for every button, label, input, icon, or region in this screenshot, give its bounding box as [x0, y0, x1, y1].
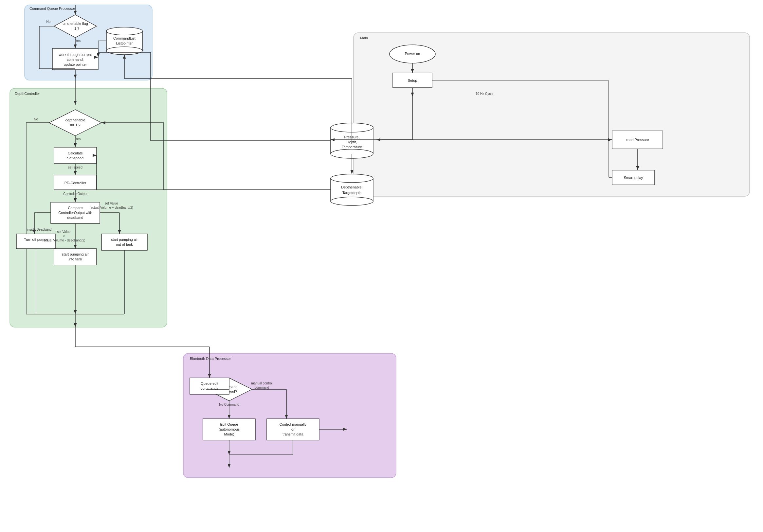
control-manually-label1: Control manually	[279, 422, 307, 426]
pump-air-in-label1: start pumping air	[62, 252, 89, 256]
smart-delay-label: Smart delay	[624, 176, 643, 180]
depthenable-q-label1: depthenable	[65, 118, 85, 122]
workthrough-label1: work through current	[58, 53, 92, 56]
depthenable-bottom	[331, 197, 373, 206]
region-cmd-label: Command Queue Processor	[30, 7, 75, 11]
hz-cycle-label: 10 Hz Cycle	[476, 92, 493, 96]
manual-control-cmd-label2: command	[255, 386, 269, 389]
set-value-minus-label2: <	[63, 234, 65, 238]
calc-setspeed-label2: Set-speed	[67, 156, 83, 160]
pump-air-in-label2: into tank	[68, 257, 82, 261]
read-pressure-label: read Pressure	[626, 138, 649, 142]
control-manually-label3: transmit data	[282, 432, 303, 436]
power-on-label: Power on	[405, 52, 420, 55]
cmd-enable-label1: cmd enable flag	[62, 22, 88, 26]
edit-queue-label2: (autonomous	[219, 427, 240, 431]
pump-air-out-label1: start pumping air	[111, 237, 138, 241]
cmdlist-bottom	[106, 47, 142, 55]
calc-setspeed-label1: Calculate	[68, 151, 83, 155]
compare-db-label2: ControllerOutput with	[58, 211, 92, 215]
compare-db-label1: Compare	[68, 206, 82, 210]
region-main-label: Main	[360, 36, 368, 40]
workthrough-label2: command;	[67, 57, 83, 61]
pd-controller-label: PD-Controller	[64, 181, 86, 185]
set-value-plus-label1: set Value	[105, 202, 118, 205]
queue-edit-label2: commands	[201, 387, 218, 390]
pressure-depth-temp-label3: Temperature	[342, 145, 362, 149]
region-depth-label: DepthController	[15, 92, 40, 96]
manual-control-cmd-label1: manual control	[251, 382, 272, 385]
control-manually-label2: or	[291, 427, 294, 431]
queue-edit-label1: Queue edit	[201, 382, 218, 386]
inside-deadband-label: inside Deadband	[27, 228, 52, 231]
cmdlist-label1: CommandList	[113, 36, 136, 40]
cmd-yes-label: Yes	[75, 39, 80, 43]
compare-db-label3: deadband	[67, 216, 83, 220]
cmdlist-top	[106, 27, 142, 35]
diagram-container: Command Queue Processor DepthController …	[0, 0, 763, 532]
edit-queue-label3: Mode)	[224, 432, 234, 436]
depthenable-label1: Depthenable;	[341, 185, 362, 189]
workthrough-label3: update pointer	[64, 62, 87, 66]
set-value-minus-label1: set Value	[57, 230, 71, 233]
depthenable-label2: Targetdepth	[342, 191, 361, 195]
region-bluetooth	[183, 353, 396, 478]
depth-yes-label: Yes	[75, 137, 80, 141]
pump-air-out-label2: out of tank	[116, 242, 133, 246]
depthenable-q-label2: == 1 ?	[70, 123, 80, 127]
depth-no-label: No	[34, 118, 38, 121]
calc-setspeed-node	[54, 147, 97, 164]
cmd-no-label: No	[47, 20, 51, 24]
depthenable-top	[331, 174, 373, 183]
setup-label: Setup	[408, 78, 417, 82]
region-bt-label: Bluetooth Data Processor	[190, 357, 231, 361]
cmd-enable-label2: = 1 ?	[71, 27, 79, 31]
set-value-plus-label2: (actual Volume + deadband/2)	[89, 206, 133, 210]
cmdlist-label2: Listpointer	[116, 41, 133, 45]
set-value-minus-label3: (actual Volume - deadband/2)	[42, 238, 85, 242]
edit-queue-label1: Edit Queue	[220, 422, 238, 426]
